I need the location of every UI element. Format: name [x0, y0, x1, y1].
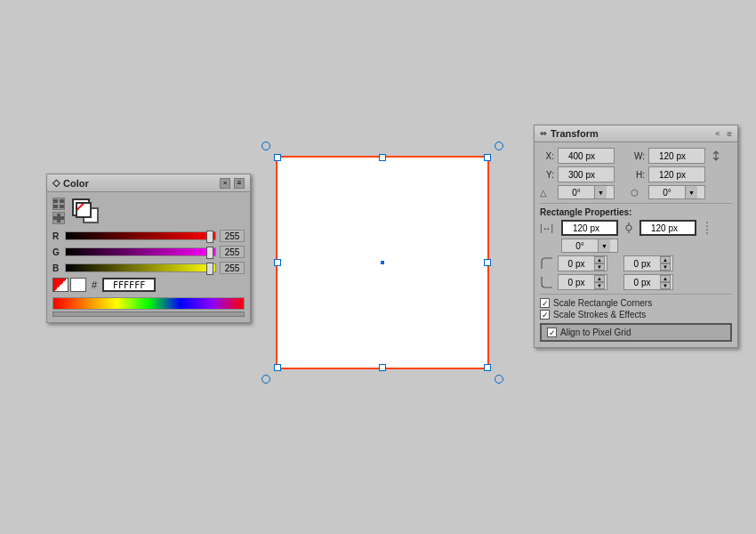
h-input-wrap[interactable]: 120 px: [648, 166, 705, 182]
spin-down-1[interactable]: ▼: [594, 263, 605, 271]
corner-r4-wrap[interactable]: ▲ ▼: [623, 274, 673, 290]
spin-down-2[interactable]: ▼: [660, 263, 671, 271]
hex-input[interactable]: FFFFFF: [102, 278, 156, 292]
scale-corners-row: Scale Rectangle Corners: [540, 298, 732, 308]
color-mode-icon-2[interactable]: [52, 212, 65, 224]
corner-r2-input[interactable]: [624, 256, 660, 271]
g-slider-thumb[interactable]: [206, 247, 213, 259]
corner-angle-dropdown[interactable]: ▼: [598, 239, 610, 252]
handle-tr[interactable]: [484, 154, 491, 161]
corner-r4-spinners[interactable]: ▲ ▼: [660, 275, 671, 289]
b-slider-track[interactable]: [65, 263, 216, 272]
y-input[interactable]: 300 px: [559, 167, 605, 182]
diamond-icon: ◇: [52, 177, 60, 189]
wh-link-icon[interactable]: [709, 150, 723, 162]
fg-bg-swatch[interactable]: [72, 198, 99, 223]
shear-input-wrap[interactable]: ▼: [648, 185, 705, 199]
handle-bl[interactable]: [274, 364, 281, 371]
xy-wh-row: X: 400 px W: 120 px: [540, 148, 732, 164]
corner-r3-spinners[interactable]: ▲ ▼: [594, 275, 605, 289]
rect-height-wrap[interactable]: [639, 220, 696, 236]
corner-r3-input[interactable]: [559, 275, 594, 289]
r-label: R: [52, 231, 61, 241]
slash-swatch: [76, 202, 92, 218]
rotate-handle-tl[interactable]: [261, 142, 270, 150]
w-input[interactable]: 120 px: [649, 149, 696, 163]
r-slider-thumb[interactable]: [206, 231, 213, 243]
r-slider-track[interactable]: [65, 231, 216, 240]
rotate-handle-tr[interactable]: [495, 142, 503, 150]
spin-up-4[interactable]: ▲: [660, 275, 671, 282]
corner-angle-wrap[interactable]: ▼: [561, 239, 618, 253]
spin-up-1[interactable]: ▲: [594, 256, 605, 263]
spin-down-4[interactable]: ▼: [660, 282, 671, 289]
corner-r1-wrap[interactable]: ▲ ▼: [558, 255, 607, 271]
rotate-handle-bl[interactable]: [261, 375, 270, 384]
rect-props-label: Rectangle Properties:: [540, 207, 732, 217]
transform-menu-btn[interactable]: ≡: [727, 129, 732, 139]
w-input-wrap[interactable]: 120 px: [648, 148, 705, 164]
handle-tc[interactable]: [379, 154, 386, 161]
hash-symbol: #: [92, 279, 97, 290]
corner-r1-row: ▲ ▼ ▲ ▼: [540, 255, 732, 271]
svg-rect-3: [60, 205, 64, 208]
handle-ml[interactable]: [274, 259, 281, 266]
rectangle-shape[interactable]: [276, 156, 489, 369]
transform-titlebar[interactable]: ⇔ Transform « ≡: [535, 125, 737, 142]
color-panel-close[interactable]: ×: [220, 178, 230, 189]
spin-up-3[interactable]: ▲: [594, 275, 605, 282]
corner-r1-spinners[interactable]: ▲ ▼: [594, 256, 605, 271]
angle-input[interactable]: [559, 186, 594, 198]
color-mode-icon-1[interactable]: [52, 198, 65, 210]
rect-link-icon[interactable]: [622, 222, 636, 234]
shear-dropdown[interactable]: ▼: [685, 186, 697, 198]
handle-tl[interactable]: [274, 154, 281, 161]
angle-dropdown[interactable]: ▼: [594, 186, 607, 198]
mini-swatch-red[interactable]: [52, 278, 68, 292]
corner-angle-input[interactable]: [562, 239, 598, 252]
color-spectrum[interactable]: [52, 297, 245, 310]
h-input[interactable]: 120 px: [649, 167, 696, 182]
angle-input-wrap[interactable]: ▼: [558, 185, 615, 199]
corner-r1-input[interactable]: [559, 256, 594, 271]
corner-r3-wrap[interactable]: ▲ ▼: [558, 274, 607, 290]
align-to-grid-checkbox[interactable]: [547, 328, 557, 337]
corner-angle-row: ▼: [540, 239, 732, 253]
corner-r2-spinners[interactable]: ▲ ▼: [660, 256, 671, 271]
y-input-wrap[interactable]: 300 px: [558, 166, 615, 182]
scale-corners-checkbox[interactable]: [540, 298, 550, 308]
spectrum-handle[interactable]: [52, 312, 245, 317]
scale-strokes-checkbox[interactable]: [540, 310, 550, 320]
corner-r2-wrap[interactable]: ▲ ▼: [623, 255, 673, 271]
spin-down-3[interactable]: ▼: [594, 282, 605, 289]
g-slider-track[interactable]: [65, 247, 216, 256]
handle-mr[interactable]: [484, 259, 491, 266]
color-panel-body: R 255 G 255 B 255 #: [47, 192, 250, 322]
g-value: 255: [220, 246, 245, 258]
collapse-btn[interactable]: «: [715, 129, 720, 138]
handle-br[interactable]: [484, 364, 491, 371]
rect-height-input[interactable]: [641, 221, 688, 235]
scale-strokes-row: Scale Strokes & Effects: [540, 310, 732, 320]
align-to-grid-label: Align to Pixel Grid: [560, 328, 631, 337]
handle-bc[interactable]: [379, 364, 386, 371]
rotate-handle-br[interactable]: [495, 375, 503, 384]
svg-rect-5: [57, 214, 60, 222]
x-input-wrap[interactable]: 400 px: [558, 148, 615, 164]
r-value: 255: [220, 230, 245, 242]
rect-width-input[interactable]: [563, 221, 609, 235]
color-panel-titlebar[interactable]: ◇ Color × ≡: [47, 174, 250, 192]
rect-width-wrap[interactable]: [561, 220, 618, 236]
shear-input[interactable]: [649, 186, 685, 198]
mini-swatches: [52, 278, 86, 292]
g-slider-row: G 255: [52, 246, 245, 258]
corner-r4-input[interactable]: [624, 275, 660, 289]
spin-up-2[interactable]: ▲: [660, 256, 671, 263]
b-slider-row: B 255: [52, 262, 245, 274]
fg-swatch[interactable]: [72, 198, 90, 216]
mini-swatch-white[interactable]: [70, 278, 86, 292]
x-input[interactable]: 400 px: [559, 149, 605, 163]
b-slider-thumb[interactable]: [206, 263, 213, 275]
transform-title: ⇔ Transform: [540, 128, 599, 139]
color-panel-menu[interactable]: ≡: [234, 178, 245, 189]
